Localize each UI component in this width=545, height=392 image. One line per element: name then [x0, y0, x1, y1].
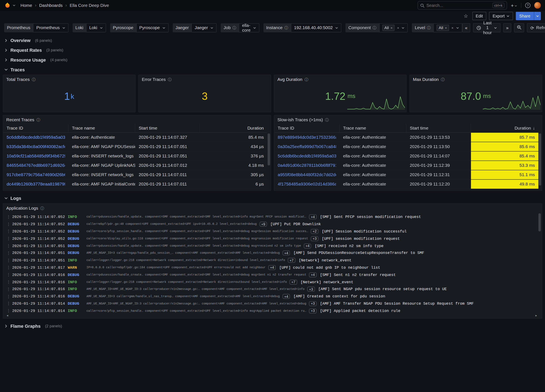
scrollbar[interactable]	[268, 134, 270, 188]
log-more-fields-badge[interactable]: +3	[311, 236, 318, 241]
row-header-overview[interactable]: Overview (6 panels)	[3, 36, 542, 45]
remove-option-icon[interactable]: ×	[390, 26, 392, 30]
favorite-star-icon[interactable]: ☆	[464, 13, 468, 19]
trace-id-link[interactable]: 84655484767ed8b6971d6926e83a5	[7, 163, 65, 168]
clear-selection-icon[interactable]: ×	[451, 26, 453, 30]
variable-value-dropdown[interactable]: Prometheus	[33, 23, 68, 32]
table-row[interactable]: 0a4d91d06c287811b0b6f8f7912712ella-core:…	[274, 161, 538, 170]
log-row-menu-icon[interactable]: ⋮	[7, 214, 9, 219]
variable-value-dropdown[interactable]: Pyroscope	[136, 23, 168, 32]
scrollbar-thumb[interactable]	[539, 134, 541, 186]
time-shift-back-button[interactable]: «	[462, 23, 470, 32]
search-input[interactable]: ctrl+k	[417, 1, 507, 10]
column-header-start-time[interactable]: Start time	[135, 124, 200, 133]
table-row[interactable]: 84655484767ed8b6971d6926e83a5ella-core: …	[3, 161, 267, 170]
log-row-menu-icon[interactable]: ⋮	[7, 229, 9, 234]
column-header-trace-name[interactable]: Trace name	[68, 124, 135, 133]
log-more-fields-badge[interactable]: +2	[311, 229, 318, 234]
chevron-down-icon[interactable]	[534, 12, 541, 20]
log-row-menu-icon[interactable]: ⋮	[7, 280, 9, 284]
row-header-request-rates[interactable]: Request Rates (3 panels)	[3, 46, 542, 55]
log-row-menu-icon[interactable]: ⋮	[7, 236, 9, 241]
log-row-menu-icon[interactable]: ⋮	[7, 265, 9, 270]
log-row-menu-icon[interactable]: ⋮	[7, 294, 9, 299]
table-row[interactable]: 897e889494dc0d3e17532366ab544ella-core: …	[274, 133, 538, 142]
scrollbar-thumb[interactable]	[268, 134, 270, 165]
log-row-menu-icon[interactable]: ⋮	[7, 222, 9, 227]
trace-id-link[interactable]: 0a4d91d06c287811b0b6f8f7912712	[278, 163, 336, 168]
column-header-trace-name[interactable]: Trace name	[340, 124, 406, 133]
log-more-fields-badge[interactable]: +7	[288, 258, 295, 263]
row-header-logs[interactable]: Logs	[3, 194, 542, 202]
log-more-fields-badge[interactable]: +3	[309, 301, 317, 306]
edit-button[interactable]: Edit	[472, 12, 486, 20]
variable-value-dropdown[interactable]: All××	[434, 23, 462, 32]
row-header-flame-graphs[interactable]: Flame Graphs (2 panels)	[3, 321, 542, 331]
search-field[interactable]	[427, 3, 490, 8]
log-row-menu-icon[interactable]: ⋮	[7, 287, 9, 292]
table-row[interactable]: 5c6ddb6bcdeddb1f4959a5a03b7152ella-core:…	[3, 133, 267, 142]
trace-id-link[interactable]: 0a30a25eeffa999d7b067ca84838e	[278, 144, 336, 149]
log-more-fields-badge[interactable]: +4	[304, 244, 311, 248]
log-more-fields-badge[interactable]: +3	[309, 308, 317, 313]
table-row[interactable]: 917cbe8779c756a74690d26b6548aella-core: …	[3, 170, 267, 180]
log-more-fields-badge[interactable]: +4	[283, 251, 290, 255]
row-header-resource-usage[interactable]: Resource Usage (4 panels)	[3, 55, 542, 64]
table-row[interactable]: a955f08e8bb4480f32dc7dd2dc179ella-core: …	[274, 170, 538, 180]
breadcrumb-home[interactable]: Home	[21, 3, 32, 8]
clear-selection-icon[interactable]: ×	[397, 26, 399, 30]
trace-id-link[interactable]: b335da384bc8a009f40082acfe9c4	[7, 144, 65, 149]
row-header-traces[interactable]: Traces	[3, 65, 542, 74]
grafana-logo-icon[interactable]	[4, 2, 11, 9]
log-more-fields-badge[interactable]: +3	[307, 287, 315, 292]
export-button[interactable]: Export	[489, 12, 513, 20]
variable-value-dropdown[interactable]: 192.168.40.40:5002	[291, 23, 341, 32]
log-more-fields-badge[interactable]: +4	[309, 214, 317, 219]
log-row-menu-icon[interactable]: ⋮	[7, 258, 9, 263]
trace-id-link[interactable]: 897e889494dc0d3e17532366ab544	[278, 135, 336, 140]
time-range-picker[interactable]: Last 1 hour	[473, 23, 501, 32]
trace-id-link[interactable]: a955f08e8bb4480f32dc7dd2dc179	[278, 172, 336, 177]
column-header-duration[interactable]: Duration↓	[471, 124, 538, 133]
trace-id-link[interactable]: 5c6ddb6bcdeddb1f4959a5a03b7152	[278, 154, 336, 159]
log-more-fields-badge[interactable]: +7	[290, 280, 297, 284]
selected-option-chip[interactable]: All×	[382, 25, 395, 31]
trace-id-link[interactable]: 917cbe8779c756a74690d26b6548a	[7, 172, 65, 177]
refresh-button[interactable]: ⟳Refresh	[527, 23, 545, 32]
trace-id-link[interactable]: 5c6ddb6bcdeddb1f4959a5a03b7152	[7, 135, 65, 140]
trace-id-link[interactable]: 4f1758485a9306e02d14d386a641f9	[278, 182, 336, 187]
log-row-menu-icon[interactable]: ⋮	[7, 301, 9, 306]
log-more-fields-badge[interactable]: +4	[309, 272, 317, 277]
variable-value-dropdown[interactable]: ella-core	[239, 23, 259, 32]
log-more-fields-badge[interactable]: +9	[259, 222, 267, 227]
table-row[interactable]: 0a30a25eeffa999d7b067ca84838eella-core: …	[274, 142, 538, 151]
table-row[interactable]: dc449b1260b3778eaa819879f4646ella-core: …	[3, 180, 267, 189]
user-avatar[interactable]	[534, 2, 541, 9]
column-header-start-time[interactable]: Start time	[406, 124, 471, 133]
variable-value-dropdown[interactable]: Loki	[86, 23, 106, 32]
table-row[interactable]: 10a59cf21ab58485d9f34b672f74bffella-core…	[3, 152, 267, 161]
log-more-fields-badge[interactable]: +4	[268, 265, 276, 270]
column-header-trace-id[interactable]: Trace ID	[274, 124, 340, 133]
trace-id-link[interactable]: dc449b1260b3778eaa819879f4646	[7, 182, 65, 187]
trace-id-link[interactable]: 10a59cf21ab58485d9f34b672f74bff	[7, 154, 65, 159]
table-row[interactable]: 4f1758485a9306e02d14d386a641f9ella-core:…	[274, 180, 538, 189]
table-row[interactable]: b335da384bc8a009f40082acfe9c4ella-core: …	[3, 142, 267, 151]
log-row-menu-icon[interactable]: ⋮	[7, 244, 9, 248]
add-button[interactable]: +	[511, 3, 517, 8]
help-icon[interactable]: ?	[525, 3, 530, 8]
column-header-trace-id[interactable]: Trace ID	[3, 124, 68, 133]
scroll-right-icon[interactable]: ▸	[535, 314, 537, 317]
column-header-duration[interactable]: Duration	[200, 124, 267, 133]
scroll-left-icon[interactable]: ◂	[7, 314, 8, 317]
remove-option-icon[interactable]: ×	[445, 26, 447, 30]
share-button[interactable]: Share	[516, 12, 541, 20]
scrollbar-thumb[interactable]	[538, 213, 541, 232]
variable-value-dropdown[interactable]: Jaeger	[192, 23, 217, 32]
selected-option-chip[interactable]: All×	[437, 25, 449, 31]
log-more-fields-badge[interactable]: +4	[283, 294, 290, 299]
log-row-menu-icon[interactable]: ⋮	[7, 251, 9, 255]
log-row-menu-icon[interactable]: ⋮	[7, 309, 9, 313]
time-shift-forward-button[interactable]: »	[503, 23, 511, 32]
table-row[interactable]: 5c6ddb6bcdeddb1f4959a5a03b7152ella-core:…	[274, 152, 538, 161]
